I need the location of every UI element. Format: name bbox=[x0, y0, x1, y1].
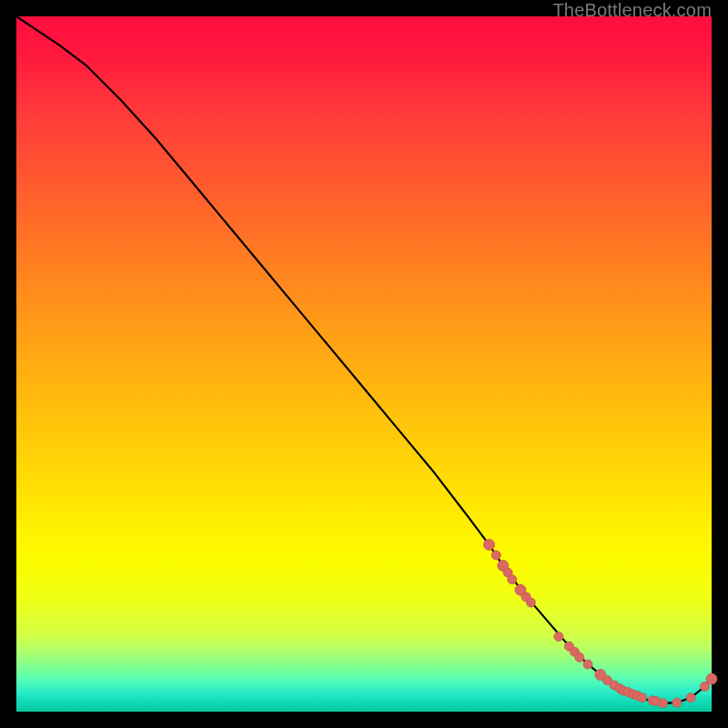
scatter-point bbox=[575, 652, 584, 662]
chart-svg bbox=[16, 16, 712, 712]
scatter-point bbox=[491, 551, 500, 560]
chart-stage: TheBottleneck.com bbox=[0, 0, 728, 728]
scatter-point bbox=[686, 693, 695, 703]
scatter-point bbox=[638, 693, 647, 703]
scatter-point bbox=[583, 660, 592, 669]
scatter-point bbox=[508, 575, 517, 584]
watermark-text: TheBottleneck.com bbox=[552, 0, 712, 21]
scatter-point bbox=[484, 540, 495, 551]
chart-plot-area bbox=[16, 16, 712, 712]
scatter-point bbox=[672, 698, 682, 707]
scatter-point bbox=[706, 673, 717, 684]
scatter-point bbox=[526, 598, 535, 607]
bottleneck-curve bbox=[16, 16, 712, 703]
scatter-point bbox=[554, 632, 563, 642]
scatter-point bbox=[659, 699, 668, 708]
scatter-markers bbox=[484, 540, 718, 708]
